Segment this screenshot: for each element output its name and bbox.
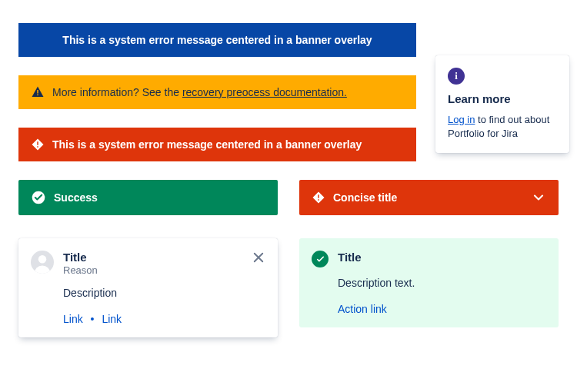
error-diamond-icon [31,138,45,151]
recovery-docs-link[interactable]: recovery preocess documentation. [182,86,347,98]
svg-rect-3 [37,146,38,148]
card-link-1[interactable]: Link [63,313,83,325]
banner-info-text: This is a system error message centered … [31,34,404,46]
info-card-body: Log in to find out about Portfolio for J… [448,113,557,141]
login-link[interactable]: Log in [448,114,475,125]
info-icon: i [448,68,465,85]
action-link[interactable]: Action link [338,303,387,315]
card-title: Title [63,251,122,264]
info-card-title: Learn more [448,92,557,105]
svg-point-7 [38,255,47,264]
check-circle-icon [31,190,46,205]
success-bar[interactable]: Success [18,180,278,215]
svg-rect-2 [37,141,38,145]
svg-rect-6 [318,199,319,201]
card-description: Description [63,287,122,299]
svg-rect-1 [37,95,38,96]
card-success: Title Description text. Action link [299,238,559,327]
card-reason: Reason [63,264,122,276]
banner-warning-text: More information? See the recovery preoc… [52,86,347,98]
concise-bar-label: Concise title [333,191,531,204]
card-links: Link • Link [63,313,122,325]
concise-bar[interactable]: Concise title [299,180,559,215]
card-success-title: Title [338,251,362,264]
check-circle-icon [312,251,329,267]
chevron-down-icon[interactable] [531,190,546,205]
card-success-description: Description text. [338,277,546,289]
success-bar-label: Success [54,191,265,204]
info-card: i Learn more Log in to find out about Po… [435,55,569,153]
svg-rect-0 [37,90,38,94]
card-notification: Title Reason Description Link • Link [18,238,278,337]
warning-triangle-icon [31,85,45,99]
svg-rect-5 [318,194,319,198]
banner-error-text: This is a system error message centered … [52,138,362,151]
banner-error: This is a system error message centered … [18,128,416,161]
avatar [31,251,54,274]
error-diamond-icon [312,191,325,204]
banner-warning: More information? See the recovery preoc… [18,75,416,109]
close-icon[interactable] [252,251,265,264]
banner-info: This is a system error message centered … [18,23,416,57]
card-link-2[interactable]: Link [102,313,122,325]
